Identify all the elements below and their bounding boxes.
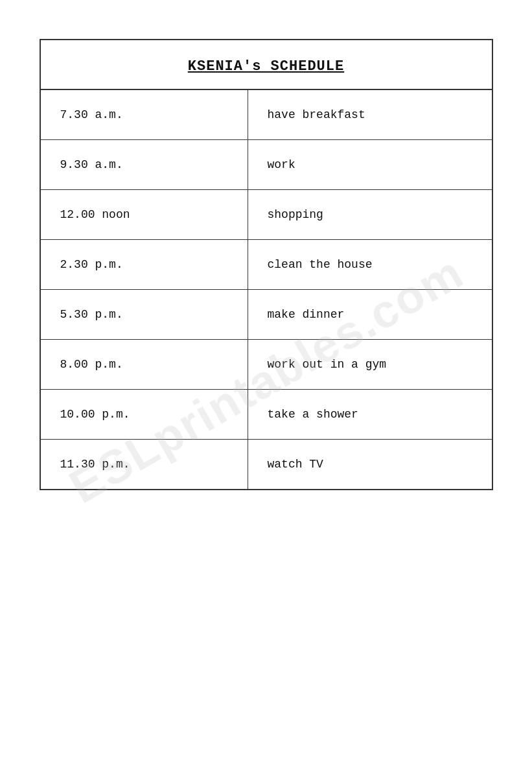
table-row: 8.00 p.m.work out in a gym <box>41 340 492 390</box>
activity-cell: watch TV <box>248 440 492 489</box>
page: KSENIA's SCHEDULE 7.30 a.m.have breakfas… <box>0 0 532 758</box>
activity-cell: take a shower <box>248 390 492 439</box>
schedule-title: KSENIA's SCHEDULE <box>188 58 344 75</box>
activity-cell: work out in a gym <box>248 340 492 389</box>
time-cell: 5.30 p.m. <box>41 290 248 339</box>
table-row: 2.30 p.m.clean the house <box>41 240 492 290</box>
time-cell: 9.30 a.m. <box>41 140 248 189</box>
activity-cell: work <box>248 140 492 189</box>
activity-cell: have breakfast <box>248 90 492 139</box>
table-row: 12.00 noonshopping <box>41 190 492 240</box>
time-cell: 7.30 a.m. <box>41 90 248 139</box>
table-row: 11.30 p.m.watch TV <box>41 440 492 489</box>
table-row: 9.30 a.m.work <box>41 140 492 190</box>
time-cell: 10.00 p.m. <box>41 390 248 439</box>
schedule-table: KSENIA's SCHEDULE 7.30 a.m.have breakfas… <box>40 39 493 490</box>
time-cell: 2.30 p.m. <box>41 240 248 289</box>
activity-cell: shopping <box>248 190 492 239</box>
activity-cell: clean the house <box>248 240 492 289</box>
time-cell: 8.00 p.m. <box>41 340 248 389</box>
title-row: KSENIA's SCHEDULE <box>41 40 492 90</box>
table-row: 10.00 p.m.take a shower <box>41 390 492 440</box>
activity-cell: make dinner <box>248 290 492 339</box>
time-cell: 12.00 noon <box>41 190 248 239</box>
table-row: 7.30 a.m.have breakfast <box>41 90 492 140</box>
time-cell: 11.30 p.m. <box>41 440 248 489</box>
table-row: 5.30 p.m.make dinner <box>41 290 492 340</box>
